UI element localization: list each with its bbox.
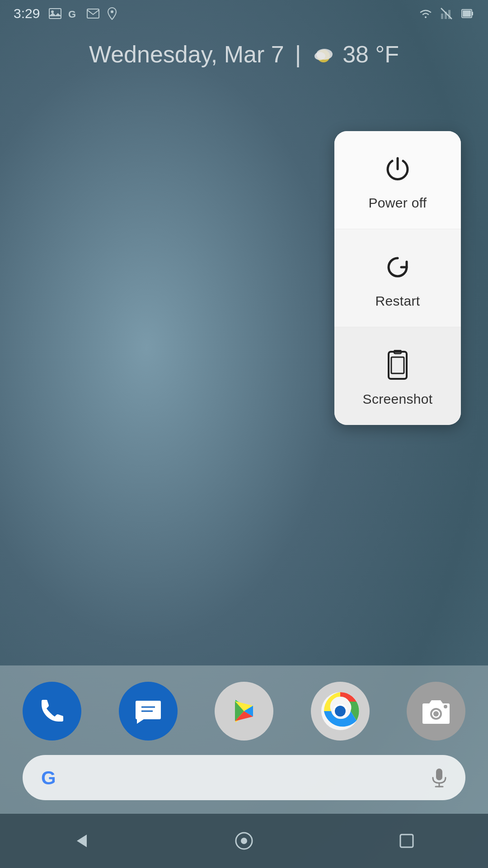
svg-rect-5 [441,14,443,19]
svg-text:G: G [68,9,76,19]
date-weather-widget: Wednesday, Mar 7 | 38 °F [0,41,488,68]
chrome-app-icon[interactable] [311,682,370,741]
power-menu: Power off Restart Screenshot [334,131,461,425]
svg-rect-11 [463,10,471,17]
status-right-icons [418,7,474,20]
date-weather-separator: | [295,41,301,68]
weather-part: 38 °F [312,41,399,68]
status-time: 3:29 [14,6,40,21]
screenshot-button[interactable]: Screenshot [334,327,461,425]
svg-rect-10 [472,12,473,15]
restart-label: Restart [375,293,420,309]
wifi-icon [418,7,433,20]
battery-icon [460,7,474,20]
home-button[interactable] [226,823,262,859]
play-store-app-icon[interactable] [215,682,273,741]
weather-icon [312,44,336,64]
restart-icon [381,251,414,283]
date-text: Wednesday, Mar 7 [89,41,284,68]
restart-button[interactable]: Restart [334,229,461,327]
status-left: 3:29 G [14,6,119,21]
svg-point-14 [314,52,325,60]
status-notification-icons: G [48,7,119,20]
screenshot-icon [381,349,414,382]
screenshot-label: Screenshot [363,392,433,407]
navigation-bar [0,814,488,868]
svg-point-28 [335,706,346,717]
gmail-icon [86,7,100,20]
dock-area: G [0,665,488,814]
gallery-icon [48,7,62,20]
power-off-button[interactable]: Power off [334,131,461,229]
google-icon: G [67,7,81,20]
weather-temp: 38 °F [343,41,399,68]
svg-point-4 [111,10,113,13]
power-off-icon [381,153,414,185]
svg-point-1 [51,10,54,13]
svg-point-39 [241,838,247,844]
back-button[interactable] [63,823,99,859]
svg-rect-0 [49,9,61,19]
svg-rect-3 [87,9,99,18]
signal-off-icon [439,7,454,20]
location-icon [105,7,119,20]
power-off-label: Power off [369,195,427,211]
recents-button[interactable] [389,823,425,859]
svg-marker-37 [77,835,87,847]
status-bar: 3:29 G [0,0,488,27]
svg-rect-40 [400,835,413,847]
dock-icons [23,682,465,741]
svg-rect-17 [391,357,404,373]
